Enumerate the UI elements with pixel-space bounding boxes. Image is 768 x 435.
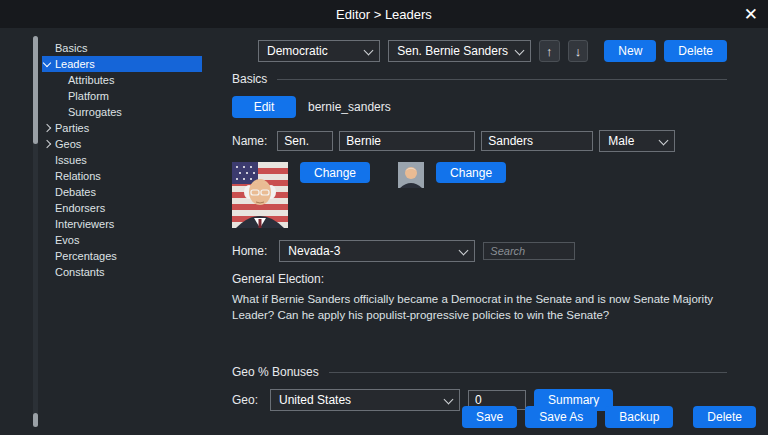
sidebar-item-label: Platform — [68, 90, 109, 102]
sidebar-item-parties[interactable]: Parties — [42, 120, 202, 136]
leader-thumbnail — [398, 162, 424, 188]
arrow-up-icon: ↑ — [546, 44, 553, 59]
sidebar-item-label: Attributes — [68, 74, 114, 86]
chevron-down-icon — [444, 395, 454, 405]
chevron-right-icon — [43, 124, 51, 132]
leader-select-value: Sen. Bernie Sanders — [397, 44, 508, 58]
sidebar-item-label: Evos — [55, 234, 79, 246]
sidebar-item-label: Issues — [55, 154, 87, 166]
last-name-field[interactable] — [481, 131, 593, 151]
home-search-input[interactable] — [483, 242, 575, 260]
home-label: Home: — [232, 244, 267, 258]
sidebar-item-label: Relations — [55, 170, 101, 182]
party-select-value: Democratic — [267, 44, 328, 58]
general-election-label: General Election: — [232, 272, 727, 286]
editor-window: Editor > Leaders ✕ Basics Leaders Attrib… — [0, 0, 768, 435]
sidebar-item-issues[interactable]: Issues — [42, 152, 202, 168]
geo-label: Geo: — [232, 393, 258, 407]
sidebar-item-endorsers[interactable]: Endorsers — [42, 200, 202, 216]
close-icon[interactable]: ✕ — [744, 0, 758, 28]
name-label: Name: — [232, 134, 267, 148]
chevron-right-icon — [43, 140, 51, 148]
new-button[interactable]: New — [604, 40, 656, 62]
leader-photo — [232, 162, 288, 228]
sidebar-item-attributes[interactable]: Attributes — [42, 72, 202, 88]
basics-section-title: Basics — [232, 72, 267, 86]
sidebar-item-debates[interactable]: Debates — [42, 184, 202, 200]
sidebar-item-label: Leaders — [55, 58, 95, 70]
sidebar-item-label: Geos — [55, 138, 81, 150]
leader-id: bernie_sanders — [308, 100, 391, 114]
main-panel: Democratic Sen. Bernie Sanders ↑ ↓ New D… — [212, 28, 768, 401]
geo-select-value: United States — [279, 393, 351, 407]
sidebar-item-label: Basics — [55, 42, 87, 54]
sidebar-item-evos[interactable]: Evos — [42, 232, 202, 248]
scrollbar-thumb[interactable] — [33, 36, 38, 144]
sidebar-item-label: Parties — [55, 122, 89, 134]
titlebar: Editor > Leaders ✕ — [0, 0, 768, 28]
delete-leader-button[interactable]: Delete — [664, 40, 727, 62]
sidebar-item-interviewers[interactable]: Interviewers — [42, 216, 202, 232]
geo-bonuses-section: Geo % Bonuses Geo: United States Summary — [232, 365, 727, 411]
delete-button[interactable]: Delete — [693, 406, 756, 428]
chevron-down-icon — [659, 136, 669, 146]
sidebar: Basics Leaders Attributes Platform Surro… — [0, 28, 212, 435]
sidebar-item-basics[interactable]: Basics — [42, 40, 202, 56]
scrollbar-end[interactable] — [33, 413, 38, 427]
sidebar-nav: Basics Leaders Attributes Platform Surro… — [42, 40, 202, 280]
sidebar-item-label: Interviewers — [55, 218, 114, 230]
sidebar-item-label: Constants — [55, 266, 105, 278]
title-field[interactable] — [277, 131, 333, 151]
geo-section-header: Geo % Bonuses — [232, 365, 727, 379]
gender-select[interactable]: Male — [599, 130, 675, 152]
photo-row: Change Change — [232, 162, 727, 228]
arrow-down-icon: ↓ — [575, 44, 582, 59]
gender-select-value: Male — [608, 134, 634, 148]
page-title: Editor > Leaders — [336, 7, 432, 22]
sidebar-item-surrogates[interactable]: Surrogates — [42, 104, 202, 120]
home-row: Home: Nevada-3 — [232, 240, 727, 262]
first-name-field[interactable] — [339, 131, 475, 151]
save-as-button[interactable]: Save As — [525, 406, 597, 428]
sidebar-item-label: Surrogates — [68, 106, 122, 118]
save-button[interactable]: Save — [462, 406, 517, 428]
home-select[interactable]: Nevada-3 — [279, 240, 475, 262]
change-photo-button[interactable]: Change — [300, 162, 370, 183]
basics-section-header: Basics — [232, 72, 727, 86]
sidebar-item-geos[interactable]: Geos — [42, 136, 202, 152]
footer-actions: Save Save As Backup Delete — [462, 406, 756, 428]
name-row: Name: Male — [232, 130, 727, 152]
home-select-value: Nevada-3 — [288, 244, 340, 258]
sidebar-item-label: Debates — [55, 186, 96, 198]
party-select[interactable]: Democratic — [258, 40, 380, 62]
chevron-down-icon — [43, 59, 51, 67]
edit-row: Edit bernie_sanders — [232, 96, 727, 118]
move-up-button[interactable]: ↑ — [539, 40, 560, 62]
change-thumbnail-button[interactable]: Change — [436, 162, 506, 183]
sidebar-item-leaders[interactable]: Leaders — [42, 56, 202, 72]
sidebar-item-relations[interactable]: Relations — [42, 168, 202, 184]
sidebar-item-platform[interactable]: Platform — [42, 88, 202, 104]
chevron-down-icon — [459, 246, 469, 256]
move-down-button[interactable]: ↓ — [568, 40, 589, 62]
general-election-text: What if Bernie Sanders officially became… — [232, 292, 727, 323]
edit-button[interactable]: Edit — [232, 96, 296, 118]
backup-button[interactable]: Backup — [605, 406, 673, 428]
divider — [329, 372, 727, 373]
toolbar: Democratic Sen. Bernie Sanders ↑ ↓ New D… — [258, 40, 727, 62]
sidebar-item-percentages[interactable]: Percentages — [42, 248, 202, 264]
sidebar-item-label: Percentages — [55, 250, 117, 262]
leader-select[interactable]: Sen. Bernie Sanders — [388, 40, 531, 62]
chevron-down-icon — [515, 46, 525, 56]
sidebar-item-label: Endorsers — [55, 202, 105, 214]
divider — [277, 79, 727, 80]
geo-select[interactable]: United States — [270, 389, 460, 411]
chevron-down-icon — [364, 46, 374, 56]
sidebar-item-constants[interactable]: Constants — [42, 264, 202, 280]
sidebar-scrollbar[interactable] — [33, 36, 38, 427]
geo-section-title: Geo % Bonuses — [232, 365, 319, 379]
